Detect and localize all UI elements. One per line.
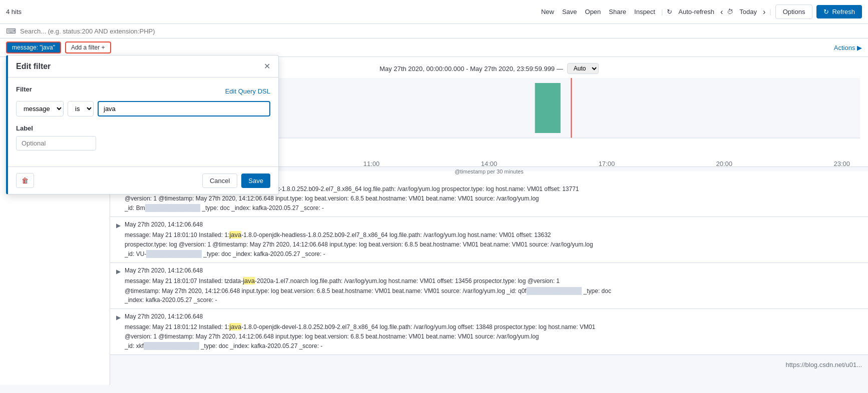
search-icon: ⌨ [6,27,16,35]
log-message-1c: _id: VU-████████████ _type: doc _index: … [125,249,862,259]
label-section: Label [16,124,270,150]
footer-url: https://blog.csdn.net/u01... [110,359,868,370]
nav-auto-refresh[interactable]: Auto-refresh [676,8,716,16]
delete-button[interactable]: 🗑 [16,173,34,188]
expand-icon-3[interactable]: ▶ [116,314,121,350]
nav-save[interactable]: Save [560,8,579,16]
refresh-button[interactable]: ↻ Refresh [816,5,862,18]
chart-date-range: May 27th 2020, 00:00:00.000 - May 27th 2… [379,65,563,72]
log-message-2a: message: May 21 18:01:07 Installed: tzda… [125,276,862,286]
nav-inspect[interactable]: Inspect [632,8,657,16]
edit-query-dsl-link[interactable]: Edit Query DSL [225,88,270,95]
search-bar: ⌨ [0,24,868,38]
x-label-4: 17:00 [599,160,615,168]
log-timestamp-3: May 27th 2020, 14:12:06.648 [125,313,862,320]
refresh-icon: ↻ [823,8,829,16]
filter-bar: message: "java" Add a filter + Actions ▶ [0,38,868,57]
nav-separator-1: | [661,8,663,16]
footer-buttons: Cancel Save [202,174,270,188]
hits-count: 4 hits [6,8,22,16]
nav-next-chevron[interactable]: › [763,8,765,16]
refresh-label: Refresh [832,8,855,16]
edit-filter-modal: Edit filter ✕ Filter Edit Query DSL mess… [6,55,279,194]
log-message-2b: @timestamp: May 27th 2020, 14:12:06.648 … [125,286,862,296]
auto-refresh-icon: ↻ [667,8,672,16]
nav-share[interactable]: Share [607,8,628,16]
log-timestamp-1: May 27th 2020, 14:12:06.648 [125,221,862,228]
modal-title: Edit filter [16,62,51,71]
save-button[interactable]: Save [241,174,270,188]
nav-right: New Save Open Share Inspect | ↻ Auto-ref… [539,4,862,19]
modal-header: Edit filter ✕ [8,56,278,78]
nav-prev-chevron[interactable]: ‹ [720,8,723,16]
nav-today[interactable]: Today [737,8,759,16]
log-content-2: May 27th 2020, 14:12:06.648 message: May… [125,267,862,304]
actions-link[interactable]: Actions ▶ [834,44,862,52]
log-message-3c: _id: xkf████████████ _type: doc _index: … [125,341,862,351]
chart-auto-select[interactable]: Auto [567,63,599,74]
log-entry-2: ▶ May 27th 2020, 14:12:06.648 message: M… [110,263,868,309]
log-message-1b: prospector.type: log @version: 1 @timest… [125,240,862,249]
add-filter-button[interactable]: Add a filter + [65,42,111,54]
log-message-0c: _id: Bm████████████ _type: doc _index: k… [125,203,862,213]
filter-operator-select[interactable]: is [68,101,94,116]
log-message-2c: _index: kafka-2020.05.27 _score: - [125,296,862,304]
log-content-1: May 27th 2020, 14:12:06.648 message: May… [125,221,862,258]
filter-row: message is [16,101,270,116]
filter-section-title: Filter [16,86,32,93]
log-entries: ▶ May 27th 2020, 14:12:06.648 message: M… [110,167,868,359]
label-input[interactable] [16,136,96,150]
log-message-3b: @version: 1 @timestamp: May 27th 2020, 1… [125,332,862,341]
filter-field-select[interactable]: message [16,101,64,116]
active-filter-pill[interactable]: message: "java" [6,42,61,54]
log-content-3: May 27th 2020, 14:12:06.648 message: May… [125,313,862,350]
log-message-1a: message: May 21 18:01:10 Installed: 1:ja… [125,230,862,240]
log-message-3a: message: May 21 18:01:12 Installed: 1:ja… [125,322,862,332]
modal-footer: 🗑 Cancel Save [8,166,278,194]
log-timestamp-2: May 27th 2020, 14:12:06.648 [125,267,862,274]
nav-left: 4 hits [6,8,22,16]
expand-icon-2[interactable]: ▶ [116,268,121,304]
x-label-5: 20:00 [716,160,733,168]
top-nav: 4 hits New Save Open Share Inspect | ↻ A… [0,0,868,24]
clock-icon: ⏱ [727,8,733,16]
label-section-title: Label [16,124,270,132]
cancel-button[interactable]: Cancel [202,174,237,188]
expand-icon-1[interactable]: ▶ [116,222,121,258]
x-label-3: 14:00 [481,160,498,168]
x-label-2: 11:00 [363,160,380,168]
svg-rect-1 [535,83,561,133]
log-message-0b: @version: 1 @timestamp: May 27th 2020, 1… [125,194,862,203]
search-input[interactable] [20,28,862,35]
log-entry-1: ▶ May 27th 2020, 14:12:06.648 message: M… [110,217,868,263]
modal-body: Filter Edit Query DSL message is Label [8,78,278,166]
modal-close-button[interactable]: ✕ [264,62,270,71]
filter-value-input[interactable] [98,101,270,116]
nav-open[interactable]: Open [583,8,603,16]
nav-new[interactable]: New [539,8,556,16]
log-entry-3: ▶ May 27th 2020, 14:12:06.648 message: M… [110,309,868,355]
nav-separator-2: | [769,8,771,16]
options-button[interactable]: Options [775,4,813,19]
x-label-6: 23:00 [833,160,850,168]
